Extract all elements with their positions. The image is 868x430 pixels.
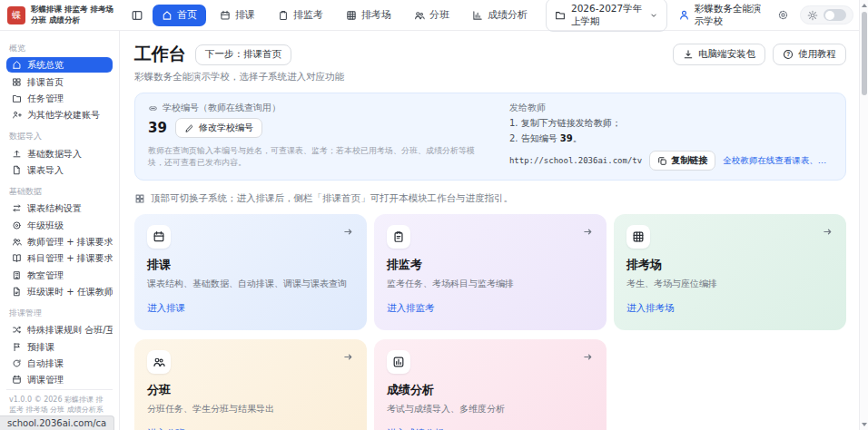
- card-desc: 考生、考场与座位编排: [626, 278, 833, 290]
- tab-exam-rooms[interactable]: 排考场: [337, 5, 400, 26]
- arrow-right-icon: [342, 226, 354, 238]
- school-code-row: 39 修改学校编号: [148, 118, 488, 138]
- button-label: 修改学校编号: [199, 122, 253, 134]
- book-icon: [12, 253, 22, 263]
- file-icon: [12, 165, 22, 175]
- card-scheduling[interactable]: 排课 课表结构、基础数据、自动排课、调课与课表查询 进入排课: [134, 214, 367, 330]
- card-icon-box: [147, 350, 171, 374]
- sidebar-item-subject-management[interactable]: 科目管理 + 排课要求: [6, 250, 113, 266]
- card-icon-box: [387, 350, 410, 374]
- card-title: 排考场: [626, 257, 833, 273]
- tab-score-analysis[interactable]: 成绩分析: [463, 5, 537, 26]
- sidebar: 概览 系统总览 排课首页 任务管理 为其他学校建账号 数据导入 基础数据导入: [0, 31, 120, 430]
- semester-select[interactable]: 2026-2027学年上学期: [546, 0, 667, 32]
- sidebar-item-base-data-import[interactable]: 基础数据导入: [6, 145, 113, 161]
- enter-invigilation-link[interactable]: 进入排监考: [387, 302, 435, 315]
- enter-scheduling-link[interactable]: 进入排课: [147, 302, 185, 315]
- sidebar-item-timetable-structure[interactable]: 课表结构设置: [6, 200, 113, 216]
- users-icon: [414, 10, 425, 21]
- header-actions: 电脑端安装包 ? 使用教程: [673, 44, 846, 65]
- sidebar-collapse-button[interactable]: [131, 9, 143, 22]
- sidebar-item-label: 排课首页: [27, 76, 64, 88]
- copy-link-button[interactable]: 复制链接: [649, 151, 715, 171]
- edit-school-code-button[interactable]: 修改学校编号: [175, 118, 262, 138]
- card-class-placement[interactable]: 分班 分班任务、学生分班与结果导出 进入分班: [134, 339, 367, 430]
- tab-invigilation[interactable]: 排监考: [269, 5, 332, 26]
- top-bar: 蝶 彩蝶排课 排监考 排考场 分班 成绩分析 首页 排课 排监考 排考场: [0, 0, 868, 31]
- sidebar-item-course-adjustment[interactable]: 调课管理: [6, 372, 113, 387]
- theme-toggle[interactable]: [800, 5, 853, 24]
- download-icon: [683, 49, 694, 60]
- send-title: 发给教师: [509, 102, 833, 114]
- settings-button[interactable]: [777, 9, 789, 21]
- sidebar-item-special-rules[interactable]: 特殊排课规则 合班/互斥..: [6, 322, 113, 337]
- card-title: 分班: [147, 382, 354, 398]
- button-label: 使用教程: [798, 48, 836, 61]
- sidebar-section-data-import: 数据导入: [9, 131, 110, 142]
- school-code-value: 39: [148, 120, 167, 136]
- sidebar-item-label: 基础数据导入: [27, 148, 82, 160]
- card-desc: 考试与成绩导入、多维度分析: [387, 403, 594, 415]
- card-exam-rooms[interactable]: 排考场 考生、考场与座位编排 进入排考场: [614, 214, 846, 330]
- tab-label: 排监考: [293, 8, 323, 22]
- sidebar-item-classroom-management[interactable]: 教室管理: [6, 267, 113, 282]
- installer-download-button[interactable]: 电脑端安装包: [673, 44, 765, 65]
- step2-prefix: 2. 告知编号: [509, 133, 560, 143]
- app-logo: 蝶 彩蝶排课 排监考 排考场 分班 成绩分析: [7, 5, 118, 24]
- enter-exam-rooms-link[interactable]: 进入排考场: [626, 302, 675, 315]
- account-menu[interactable]: 彩蝶数务全能演示学校: [678, 3, 766, 28]
- arrow-right-icon: [342, 351, 354, 363]
- scroll-down-arrow-icon[interactable]: [862, 423, 867, 426]
- tab-scheduling[interactable]: 排课: [211, 5, 264, 26]
- arrow-right-icon: [822, 226, 833, 238]
- logo-seal-icon: 蝶: [7, 6, 25, 24]
- upload-icon: [12, 149, 22, 159]
- question-icon: ?: [783, 49, 794, 60]
- sidebar-item-timetable-import[interactable]: 课表导入: [6, 162, 113, 178]
- send-step-1: 1. 复制下方链接发给教师；: [509, 117, 833, 130]
- tutorial-button[interactable]: ? 使用教程: [773, 44, 846, 65]
- users-icon: [12, 237, 22, 247]
- button-label: 电脑端安装包: [698, 48, 755, 61]
- sidebar-item-label: 科目管理 + 排课要求: [27, 252, 113, 264]
- tip-row: 顶部可切换子系统；进入排课后，侧栏「排课首页」可打开本模块工作台与进度指引。: [134, 192, 846, 205]
- card-invigilation[interactable]: 排监考 监考任务、考场科目与监考编排 进入排监考: [374, 214, 607, 330]
- sidebar-item-task-management[interactable]: 任务管理: [6, 91, 113, 106]
- user-plus-icon: [12, 110, 22, 120]
- school-code-card: 学校编号（教师在线查询用） 39 修改学校编号 教师在查询页输入本编号与姓名，可…: [134, 93, 846, 181]
- sidebar-item-label: 教师管理 + 排课要求: [27, 236, 113, 248]
- sidebar-item-label: 自动排课: [27, 357, 64, 369]
- sidebar-item-label: 课表导入: [27, 164, 64, 176]
- semester-value: 2026-2027学年上学期: [571, 3, 644, 28]
- app-window: 蝶 彩蝶排课 排监考 排考场 分班 成绩分析 首页 排课 排监考 排考场: [0, 0, 868, 430]
- tab-label: 成绩分析: [488, 8, 528, 22]
- card-title: 成绩分析: [387, 382, 594, 398]
- card-score-analysis[interactable]: 成绩分析 考试与成绩导入、多维度分析 进入成绩分析: [374, 339, 607, 430]
- sidebar-item-grades-classes[interactable]: 年级班级: [6, 217, 113, 232]
- sidebar-item-system-overview[interactable]: 系统总览: [6, 57, 113, 73]
- svg-text:?: ?: [786, 51, 790, 57]
- school-code-note: 教师在查询页输入本编号与姓名，可查课表、监考；若本校已用考场、分班、成绩分析等模…: [148, 145, 488, 168]
- sidebar-item-auto-scheduling[interactable]: 自动排课: [6, 356, 113, 371]
- scrollbar-thumb[interactable]: [862, 12, 867, 95]
- grid-icon: [134, 193, 145, 204]
- sidebar-item-teacher-management[interactable]: 教师管理 + 排课要求: [6, 234, 113, 249]
- tab-label: 分班: [429, 8, 449, 22]
- calendar-icon: [220, 10, 231, 21]
- next-step-button[interactable]: 下一步：排课首页: [195, 44, 291, 65]
- card-icon-box: [626, 225, 650, 249]
- scroll-up-arrow-icon[interactable]: [862, 4, 867, 7]
- scrollbar[interactable]: [859, 0, 868, 430]
- arrow-right-icon: [582, 351, 594, 363]
- sidebar-item-scheduling-home[interactable]: 排课首页: [6, 73, 113, 89]
- logo-title: 彩蝶排课 排监考 排考场 分班 成绩分析: [31, 5, 118, 24]
- tab-class-placement[interactable]: 分班: [405, 5, 459, 26]
- theme-switch-knob[interactable]: [824, 9, 846, 21]
- teacher-view-link[interactable]: 全校教师在线查看课表、监考表、考场、分班、成绩分析 →: [723, 155, 833, 167]
- grid-icon: [12, 77, 22, 87]
- page-title: 工作台: [134, 43, 186, 66]
- tab-home[interactable]: 首页: [153, 5, 206, 26]
- sidebar-item-create-school-account[interactable]: 为其他学校建账号: [6, 107, 113, 122]
- sidebar-item-class-hours-teachers[interactable]: 班级课时 + 任课教师: [6, 284, 113, 299]
- sidebar-item-pre-scheduling[interactable]: 预排课: [6, 338, 113, 354]
